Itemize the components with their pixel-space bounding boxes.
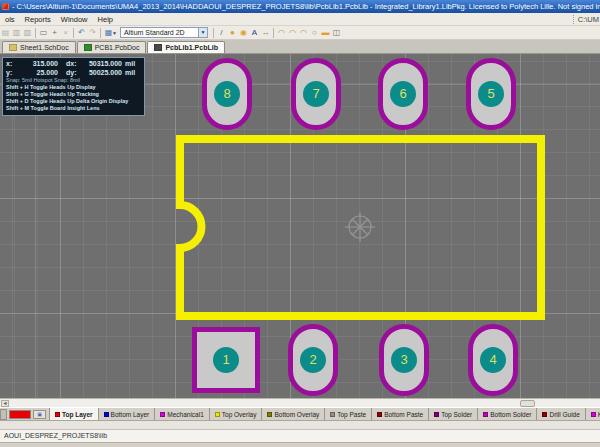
- paste-array-icon[interactable]: ◫: [331, 27, 342, 39]
- place-fill-icon[interactable]: ▬: [320, 27, 331, 39]
- toolbar-separator: [213, 28, 214, 38]
- place-pad-icon[interactable]: ●: [227, 27, 238, 39]
- view-configuration-select[interactable]: Altium Standard 2D ▼: [120, 27, 208, 38]
- place-arc-edge-icon[interactable]: ◠: [276, 27, 287, 39]
- pad-number: 8: [214, 81, 240, 107]
- paste-icon[interactable]: ▥: [11, 27, 22, 39]
- undo-icon[interactable]: ↶: [76, 27, 87, 39]
- layer-tab-keep-out-layer[interactable]: Keep-Out Layer: [586, 408, 600, 421]
- doc-tab-sheet1.schdoc[interactable]: Sheet1.SchDoc: [2, 41, 76, 53]
- place-string-icon[interactable]: A: [249, 27, 260, 39]
- layer-tab-bottom-overlay[interactable]: Bottom Overlay: [262, 408, 325, 421]
- pad-3[interactable]: 3: [379, 324, 429, 396]
- doc-tab-label: PCB1.PcbDoc: [95, 44, 140, 51]
- pad-number: 4: [480, 347, 506, 373]
- copy-icon[interactable]: ▤: [0, 27, 11, 39]
- doc-tab-pcblib1.pcblib[interactable]: PcbLib1.PcbLib: [147, 41, 225, 53]
- duplicate-icon[interactable]: ▧: [22, 27, 33, 39]
- layer-color-icon: [377, 412, 382, 417]
- hud-y-value: 25.000: [16, 69, 58, 78]
- doc-tab-label: PcbLib1.PcbLib: [165, 44, 218, 51]
- layer-tab-bottom-solder[interactable]: Bottom Solder: [478, 408, 537, 421]
- layer-tab-top-paste[interactable]: Top Paste: [325, 408, 372, 421]
- pad-number: 3: [391, 347, 417, 373]
- pad-4[interactable]: 4: [468, 324, 518, 396]
- hud-y-unit: mil: [125, 69, 135, 78]
- layer-color-icon: [104, 412, 109, 417]
- layer-tab-label: Bottom Layer: [111, 411, 150, 418]
- pad-number: 5: [478, 81, 504, 107]
- layer-tab-label: Bottom Overlay: [274, 411, 319, 418]
- hud-dx-label: dx:: [66, 60, 82, 69]
- grid-icon-dropdown[interactable]: ▼: [112, 30, 117, 36]
- toolbar-left-group: ▤▥▧▭+×↶↷▦▼: [0, 27, 117, 39]
- current-layer-color-swatch[interactable]: [9, 410, 31, 419]
- pad-7[interactable]: 7: [291, 58, 341, 130]
- place-dimension-icon[interactable]: ↔: [260, 27, 271, 39]
- layer-color-icon: [591, 412, 596, 417]
- layer-tab-label: Bottom Paste: [384, 411, 423, 418]
- doc-tab-pcb1.pcbdoc[interactable]: PCB1.PcbDoc: [77, 41, 147, 53]
- layer-tab-drill-guide[interactable]: Drill Guide: [537, 408, 585, 421]
- layer-color-icon: [267, 412, 272, 417]
- toolbar-separator: [35, 28, 36, 38]
- app-icon: [2, 3, 9, 10]
- horizontal-scrollbar[interactable]: ◄: [0, 398, 600, 407]
- layer-color-icon: [542, 412, 547, 417]
- layer-color-icon: [55, 412, 60, 417]
- place-arc-center-icon[interactable]: ◠: [287, 27, 298, 39]
- layer-color-icon: [160, 412, 165, 417]
- layer-bar-corner-button[interactable]: [0, 409, 7, 420]
- clear-filter-icon[interactable]: ×: [60, 27, 71, 39]
- pad-5[interactable]: 5: [466, 58, 516, 130]
- menu-item-help[interactable]: Help: [93, 13, 118, 26]
- menu-item-window[interactable]: Window: [56, 13, 93, 26]
- pcb-lib-icon: [154, 44, 162, 51]
- origin-marker: [345, 212, 375, 242]
- move-icon[interactable]: +: [49, 27, 60, 39]
- scroll-left-arrow-icon[interactable]: ◄: [1, 400, 9, 407]
- status-lower-strip: [0, 442, 600, 447]
- hud-shortcut-line: Shift + G Toggle Heads Up Tracking: [6, 91, 141, 98]
- place-via-icon[interactable]: ◉: [238, 27, 249, 39]
- pad-8[interactable]: 8: [202, 58, 252, 130]
- horizontal-scrollbar-thumb[interactable]: [520, 400, 535, 407]
- hud-shortcut-line: Shift + M Toggle Board Insight Lens: [6, 105, 141, 112]
- pad-number: 6: [390, 81, 416, 107]
- menu-right-path: C:\UM: [573, 15, 600, 24]
- pad-6[interactable]: 6: [378, 58, 428, 130]
- menu-item-ols[interactable]: ols: [0, 13, 20, 26]
- layer-tab-bottom-paste[interactable]: Bottom Paste: [372, 408, 429, 421]
- hud-y-label: y:: [6, 69, 16, 78]
- hud-shortcut-list: Shift + H Toggle Heads Up DisplayShift +…: [6, 84, 141, 112]
- pad-number: 1: [213, 347, 239, 373]
- pad-1[interactable]: 1: [192, 327, 260, 393]
- title-bar: - C:\Users\Altium-1\Documents\UMA4_2013_…: [0, 0, 600, 13]
- place-arc-angle-icon[interactable]: ◠: [298, 27, 309, 39]
- schematic-doc-icon: [9, 44, 17, 51]
- place-line-icon[interactable]: /: [216, 27, 227, 39]
- layer-sets-button[interactable]: ▣: [33, 410, 46, 419]
- layer-tab-top-layer[interactable]: Top Layer: [49, 408, 99, 421]
- layer-tab-top-solder[interactable]: Top Solder: [429, 408, 478, 421]
- place-full-circle-icon[interactable]: ○: [309, 27, 320, 39]
- redo-icon[interactable]: ↷: [87, 27, 98, 39]
- hud-x-unit: mil: [125, 60, 135, 69]
- layer-color-icon: [215, 412, 220, 417]
- hud-x-value: 315.000: [16, 60, 58, 69]
- hud-x-row: x: 315.000 dx: 50315.000 mil: [6, 60, 141, 69]
- menu-item-reports[interactable]: Reports: [20, 13, 56, 26]
- hud-x-label: x:: [6, 60, 16, 69]
- chevron-down-icon[interactable]: ▼: [198, 28, 207, 37]
- select-area-icon[interactable]: ▭: [38, 27, 49, 39]
- layer-tab-mechanical1[interactable]: Mechanical1: [155, 408, 210, 421]
- layer-color-icon: [434, 412, 439, 417]
- pcb-editor-canvas[interactable]: 87651234 x: 315.000 dx: 50315.000 mil y:…: [0, 54, 600, 398]
- toolbar-separator: [100, 28, 101, 38]
- hud-dy-label: dy:: [66, 69, 82, 78]
- menu-items: olsReportsWindowHelp: [0, 13, 118, 26]
- layer-tab-top-overlay[interactable]: Top Overlay: [210, 408, 263, 421]
- layer-tab-bottom-layer[interactable]: Bottom Layer: [99, 408, 156, 421]
- pad-number: 2: [300, 347, 326, 373]
- pad-2[interactable]: 2: [288, 324, 338, 396]
